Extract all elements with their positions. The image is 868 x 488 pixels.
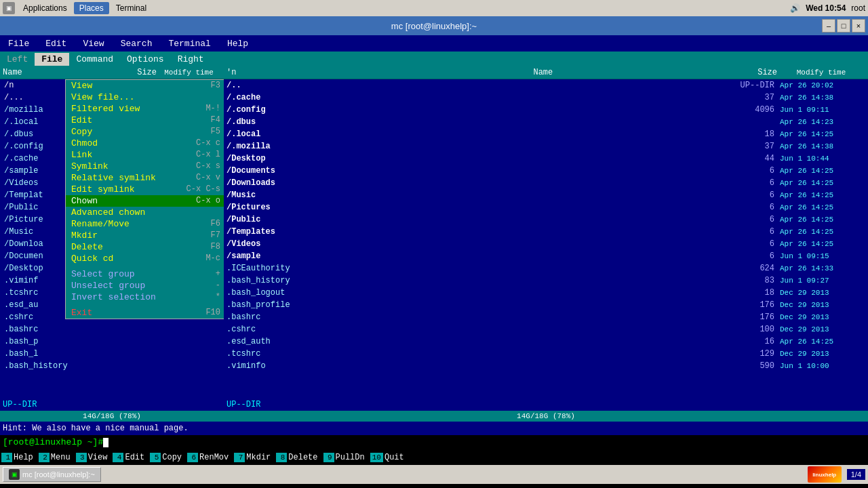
- list-item[interactable]: .bash_history 83 Jun 1 09:27: [224, 274, 868, 287]
- menu-view-file[interactable]: View file...: [66, 92, 224, 103]
- right-col-size: Size: [733, 66, 777, 79]
- menu-unselect-group[interactable]: Unselect group-: [66, 280, 224, 291]
- prompt: [root@linuxhelp ~]#: [3, 436, 103, 449]
- applications-menu[interactable]: Applications: [18, 2, 73, 14]
- tab-left[interactable]: Left: [0, 53, 35, 66]
- list-item[interactable]: .bash_profile 176 Dec 29 2013: [224, 299, 868, 311]
- menu-chown[interactable]: ChownC-x o: [66, 195, 224, 207]
- menu-edit[interactable]: Edit: [37, 37, 75, 50]
- list-item[interactable]: /.. UP--DIR Apr 26 20:02: [224, 79, 868, 92]
- menu-mkdir[interactable]: MkdirF7: [66, 230, 224, 241]
- taskbar-logo: linuxhelp: [808, 466, 842, 483]
- list-item[interactable]: /Videos 6 Apr 26 14:25: [224, 238, 868, 250]
- list-item[interactable]: /Downloads 6 Apr 26 14:25: [224, 177, 868, 189]
- list-item[interactable]: /.mozilla 37 Apr 26 14:38: [224, 140, 868, 152]
- menu-link[interactable]: LinkC-x l: [66, 149, 224, 161]
- list-item[interactable]: .bashrc 176 Dec 29 2013: [224, 311, 868, 323]
- list-item[interactable]: /Desktop 44 Jun 1 10:44: [224, 152, 868, 165]
- volume-icon[interactable]: 🔊: [790, 3, 800, 13]
- menu-edit[interactable]: EditF4: [66, 115, 224, 126]
- list-item[interactable]: .tcshrc 129 Dec 29 2013: [224, 348, 868, 360]
- list-item[interactable]: .bash_logout 18 Dec 29 2013: [224, 287, 868, 299]
- menu-select-group[interactable]: Select group+: [66, 268, 224, 280]
- cursor-block: [103, 438, 108, 447]
- list-item[interactable]: .bash_p: [1, 336, 224, 348]
- menu-help[interactable]: Help: [219, 37, 256, 50]
- fkey-1-label: Help: [12, 453, 36, 462]
- main-content: Name Size Modify time ViewF3 View file..…: [0, 66, 868, 399]
- list-item[interactable]: .esd_auth 16 Apr 26 14:25: [224, 336, 868, 348]
- menu-quick-cd[interactable]: Quick cdM-c: [66, 253, 224, 264]
- list-item[interactable]: .cshrc 100 Dec 29 2013: [224, 323, 868, 336]
- menu-file[interactable]: File: [0, 37, 37, 50]
- menu-filtered-view[interactable]: Filtered viewM-!: [66, 103, 224, 115]
- menu-view[interactable]: View: [75, 37, 112, 50]
- fkey-10[interactable]: 10 Quit: [369, 453, 408, 462]
- fkey-2-label: Menu: [50, 453, 73, 462]
- close-button[interactable]: ×: [852, 19, 865, 33]
- window-controls: – □ ×: [822, 19, 865, 33]
- fkey-3[interactable]: 3 View: [75, 453, 112, 462]
- tab-right[interactable]: Right: [171, 53, 211, 66]
- fkey-1[interactable]: 1 Help: [0, 453, 37, 462]
- fkey-3-label: View: [87, 453, 111, 462]
- user-label: root: [851, 3, 865, 13]
- menu-delete[interactable]: DeleteF8: [66, 241, 224, 253]
- menu-view[interactable]: ViewF3: [66, 80, 224, 92]
- fkey-6-num: 6: [187, 453, 198, 462]
- fkey-9-label: PullDn: [334, 453, 368, 462]
- list-item[interactable]: /.dbus Apr 26 14:23: [224, 116, 868, 128]
- menu-rename-move[interactable]: Rename/MoveF6: [66, 218, 224, 230]
- menu-edit-symlink[interactable]: Edit symlinkC-x C-s: [66, 184, 224, 195]
- fkey-8-label: Delete: [287, 453, 320, 462]
- tab-file[interactable]: File: [35, 53, 69, 66]
- fkey-7[interactable]: 7 Mkdir: [233, 453, 275, 462]
- fkey-5-label: Copy: [161, 453, 184, 462]
- tab-command[interactable]: Command: [69, 53, 120, 66]
- left-status: UP--DIR: [0, 399, 224, 411]
- list-item[interactable]: /.cache 37 Apr 26 14:38: [224, 92, 868, 104]
- menu-copy[interactable]: CopyF5: [66, 126, 224, 138]
- fkey-6[interactable]: 6 RenMov: [186, 453, 233, 462]
- fkey-3-num: 3: [76, 453, 87, 462]
- list-item[interactable]: /Documents 6 Apr 26 14:25: [224, 165, 868, 177]
- menu-chmod[interactable]: ChmodC-x c: [66, 138, 224, 149]
- menu-invert-selection[interactable]: Invert selection*: [66, 291, 224, 303]
- menu-advanced-chown[interactable]: Advanced chown: [66, 207, 224, 218]
- disk-bar: 14G/18G (78%) 14G/18G (78%): [0, 411, 868, 422]
- list-item[interactable]: /.config 4096 Jun 1 09:11: [224, 104, 868, 116]
- list-item[interactable]: .viminfo 590 Jun 1 10:00: [224, 360, 868, 371]
- list-item[interactable]: /Templates 6 Apr 26 14:25: [224, 226, 868, 238]
- fkey-6-label: RenMov: [198, 453, 231, 462]
- list-item[interactable]: .ICEauthority 624 Apr 26 14:33: [224, 262, 868, 274]
- maximize-button[interactable]: □: [837, 19, 850, 33]
- minimize-button[interactable]: –: [822, 19, 835, 33]
- fkey-4[interactable]: 4 Edit: [111, 453, 149, 462]
- list-item[interactable]: /Pictures 6 Apr 26 14:25: [224, 201, 868, 214]
- fkey-8[interactable]: 8 Delete: [275, 453, 321, 462]
- fkey-2[interactable]: 2 Menu: [37, 453, 75, 462]
- menu-symlink[interactable]: SymlinkC-x s: [66, 161, 224, 172]
- terminal-menu[interactable]: Terminal: [111, 2, 152, 14]
- menu-exit[interactable]: ExitF10: [66, 307, 224, 319]
- taskbar-item[interactable]: ▣ mc [root@linuxhelp]:~: [3, 467, 101, 482]
- list-item[interactable]: .bash_history: [1, 360, 224, 371]
- list-item[interactable]: /sample 6 Jun 1 09:15: [224, 250, 868, 262]
- places-menu[interactable]: Places: [74, 2, 109, 14]
- fkey-8-num: 8: [276, 453, 287, 462]
- fkey-9[interactable]: 9 PullDn: [322, 453, 369, 462]
- command-line[interactable]: [root@linuxhelp ~]#: [0, 435, 868, 450]
- list-item[interactable]: /Public 6 Apr 26 14:25: [224, 214, 868, 226]
- right-files-area: /.. UP--DIR Apr 26 20:02 /.cache 37 Apr …: [224, 79, 868, 371]
- list-item[interactable]: .bash_l: [1, 348, 224, 360]
- list-item[interactable]: /.local 18 Apr 26 14:25: [224, 128, 868, 140]
- list-item[interactable]: /Music 6 Apr 26 14:25: [224, 189, 868, 201]
- app-icon: ▣: [3, 2, 15, 14]
- fkey-5[interactable]: 5 Copy: [149, 453, 186, 462]
- left-panel: Name Size Modify time ViewF3 View file..…: [0, 66, 224, 399]
- list-item[interactable]: .bashrc: [1, 323, 224, 336]
- menu-relative-symlink[interactable]: Relative symlinkC-x v: [66, 172, 224, 184]
- menu-search[interactable]: Search: [113, 37, 161, 50]
- tab-options[interactable]: Options: [120, 53, 171, 66]
- menu-terminal[interactable]: Terminal: [160, 37, 218, 50]
